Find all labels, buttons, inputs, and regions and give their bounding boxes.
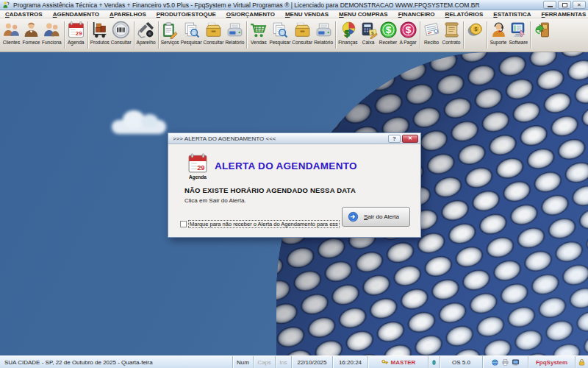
toolbar-button-label: Funciona bbox=[42, 40, 62, 46]
toolbar-button-label: Contrato bbox=[442, 40, 461, 46]
toolbar-button-label: Relatório bbox=[225, 40, 244, 46]
dialog-body: 29 Agenda ALERTA DO AGENDAMENTO NÃO EXIS… bbox=[168, 144, 420, 237]
dialog-hint: Clica em Sair do Alerta. bbox=[184, 197, 246, 204]
toolbar-button-contrato[interactable]: Contrato bbox=[442, 19, 462, 51]
toolbar-button-agenda[interactable]: 29Agenda bbox=[66, 19, 86, 51]
receipt-icon bbox=[423, 21, 441, 39]
menu-item-relatorios[interactable]: RELATÓRIOS bbox=[440, 10, 488, 18]
restore-icon bbox=[562, 3, 567, 7]
status-system-icons bbox=[482, 356, 528, 368]
svg-text:$: $ bbox=[371, 30, 374, 35]
exit-door-icon bbox=[533, 21, 551, 39]
toolbar-button-label: Recibo bbox=[424, 40, 439, 46]
titlebar[interactable]: Programa Assistência Técnica + Vendas + … bbox=[0, 0, 588, 10]
toolbar-button-label: Consultar bbox=[292, 40, 312, 46]
toolbar-button-aparelho[interactable]: Aparelho bbox=[136, 19, 157, 51]
toolbar-button-coin[interactable]: $ bbox=[465, 19, 485, 51]
svg-text:$: $ bbox=[474, 26, 477, 32]
toolbar-button-produtos[interactable]: Produtos bbox=[90, 19, 110, 51]
toolbar-button-pesquisar[interactable]: Pesquisar bbox=[268, 19, 291, 51]
toolbar-button-receber[interactable]: $Receber bbox=[379, 19, 398, 51]
go-arrow-icon bbox=[348, 211, 359, 222]
menu-item-menu-vendas[interactable]: MENU VENDAS bbox=[280, 10, 334, 18]
toolbar-button-funciona[interactable]: Funciona bbox=[41, 19, 62, 51]
toolbar-button-suporte[interactable]: Suporte bbox=[489, 19, 509, 51]
clients-icon bbox=[2, 21, 21, 39]
toolbar-button-software[interactable]: Software bbox=[509, 19, 529, 51]
close-icon: ✕ bbox=[577, 2, 581, 8]
status-time: 16:20:24 bbox=[332, 356, 368, 368]
calendar-alert-icon: 29 bbox=[186, 152, 209, 174]
supplier-icon bbox=[22, 21, 40, 39]
exit-alert-button[interactable]: Sair do Alerta bbox=[342, 207, 410, 227]
svg-text:$: $ bbox=[344, 28, 350, 39]
window-title: Programa Assistência Técnica + Vendas + … bbox=[13, 1, 540, 9]
toolbar-button-recibo[interactable]: Recibo bbox=[422, 19, 442, 51]
svg-text:29: 29 bbox=[197, 164, 204, 171]
minimize-button[interactable] bbox=[543, 1, 556, 9]
toolbar-button-financas[interactable]: $Finanças bbox=[337, 19, 358, 51]
toolbar-button-label: Suporte bbox=[490, 40, 507, 46]
mouse-icon bbox=[431, 358, 437, 367]
key-icon bbox=[381, 358, 389, 367]
toolbar-button-clientes[interactable]: Clientes bbox=[1, 19, 21, 51]
toolbar-button-consultar[interactable]: Consultar bbox=[110, 19, 132, 51]
sales-cart-icon bbox=[249, 21, 268, 39]
cloud bbox=[112, 120, 166, 134]
toolbar-separator bbox=[87, 21, 88, 49]
software-icon bbox=[509, 21, 528, 39]
toolbar-button-label: Fornece bbox=[23, 40, 40, 46]
svg-text:$: $ bbox=[385, 25, 391, 36]
desktop-wallpaper: >>> ALERTA DO AGENDAMENTO <<< ? ✕ 29 Age… bbox=[0, 52, 588, 355]
menu-item-cadastros[interactable]: CADASTROS bbox=[0, 10, 48, 18]
checkbox-box[interactable] bbox=[180, 221, 187, 227]
globe-icon bbox=[491, 358, 499, 367]
toolbar-button-consultar[interactable]: Consultar bbox=[291, 19, 313, 51]
toolbar-button-label: Software bbox=[509, 40, 528, 46]
toolbar-button-label: Serviços bbox=[161, 40, 179, 46]
toolbar-button-relatorio[interactable]: Relatório bbox=[224, 19, 245, 51]
toolbar-button-caixa[interactable]: $Caixa bbox=[359, 19, 379, 51]
barcode-icon bbox=[112, 21, 130, 39]
statusbar: SUA CIDADE - SP, 22 de Outubro de 2025 -… bbox=[0, 355, 588, 368]
menu-item-estatistica[interactable]: ESTATISTICA bbox=[488, 10, 536, 18]
toolbar-button-a-pagar[interactable]: $A Pagar bbox=[398, 19, 418, 51]
toolbar-button-label: Clientes bbox=[3, 40, 20, 46]
toolbar-button-consultar[interactable]: Consultar bbox=[203, 19, 225, 51]
menu-item-produto-estoque[interactable]: PRODUTO/ESTOQUE bbox=[151, 10, 221, 18]
coin-icon: $ bbox=[466, 21, 484, 39]
toolbar-button-exit-door[interactable] bbox=[532, 19, 552, 51]
toolbar-separator bbox=[487, 21, 487, 49]
monitor-icon bbox=[512, 358, 520, 367]
status-version: OS 5.0 bbox=[440, 356, 482, 368]
menu-item-aparelhos[interactable]: APARELHOS bbox=[104, 10, 151, 18]
toolbar-button-label: Produtos bbox=[90, 40, 110, 46]
app-window: Programa Assistência Técnica + Vendas + … bbox=[0, 0, 588, 368]
dialog-titlebar[interactable]: >>> ALERTA DO AGENDAMENTO <<< ? ✕ bbox=[168, 133, 420, 144]
svg-text:29: 29 bbox=[76, 30, 82, 37]
menu-item-os-orcamento[interactable]: OS/ORÇAMENTO bbox=[221, 10, 280, 18]
no-alert-checkbox[interactable]: Marque para não receber o Alerta do Agen… bbox=[180, 221, 339, 227]
drawer-icon bbox=[293, 21, 312, 39]
printer-icon[interactable] bbox=[501, 358, 509, 367]
dialog-help-button[interactable]: ? bbox=[388, 135, 401, 143]
menu-item-ferramentas[interactable]: FERRAMENTAS bbox=[537, 10, 588, 18]
dialog-close-button[interactable]: ✕ bbox=[402, 135, 418, 143]
toolbar-button-fornece[interactable]: Fornece bbox=[21, 19, 41, 51]
menu-item-financeiro[interactable]: FINANCEIRO bbox=[393, 10, 440, 18]
support-icon bbox=[490, 21, 508, 39]
toolbar: ClientesForneceFunciona29AgendaProdutosC… bbox=[0, 18, 588, 52]
toolbar-separator bbox=[246, 21, 247, 49]
toolbar-button-servicos[interactable]: Serviços bbox=[160, 19, 180, 51]
menu-item-agendamento[interactable]: AGENDAMENTO bbox=[48, 10, 104, 18]
toolbar-button-pesquisar[interactable]: Pesquisar bbox=[180, 19, 203, 51]
svg-text:$: $ bbox=[405, 25, 411, 36]
close-button[interactable]: ✕ bbox=[573, 1, 586, 9]
restore-button[interactable] bbox=[558, 1, 571, 9]
toolbar-button-vendas[interactable]: Vendas bbox=[248, 19, 268, 51]
services-icon bbox=[161, 21, 179, 39]
toolbar-button-relatorio[interactable]: Relatório bbox=[313, 19, 334, 51]
menu-item-menu-compras[interactable]: MENU COMPRAS bbox=[334, 10, 393, 18]
menubar: CADASTROSAGENDAMENTOAPARELHOSPRODUTO/EST… bbox=[0, 10, 588, 18]
window-controls: ✕ bbox=[543, 1, 586, 9]
